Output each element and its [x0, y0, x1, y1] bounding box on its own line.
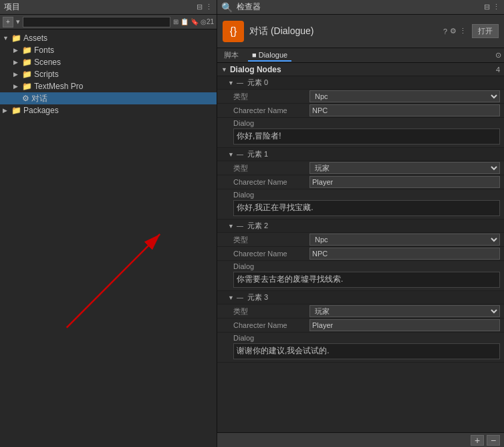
folder-icon-fonts: 📁	[22, 46, 32, 55]
tree-label-scenes: Scenes	[34, 58, 61, 67]
element-3-type-value: Npc 玩家	[309, 305, 500, 317]
project-header-icons: ⊟ ⋮	[197, 3, 213, 11]
tree-item-fonts[interactable]: ▶ 📁 Fonts	[0, 44, 217, 56]
element-1-type-value: Npc 玩家	[309, 162, 500, 174]
inspector-title: 检查器	[237, 1, 480, 13]
expand-arrow-fonts: ▶	[13, 47, 20, 54]
element-1-dialog-row: Dialog 你好,我正在寻找宝藏.	[217, 189, 504, 219]
element-0-dialog-row: Dialog 你好,冒险者!	[217, 118, 504, 148]
element-1-char-value	[309, 176, 500, 188]
tab-icon-right[interactable]: ⊙	[495, 51, 501, 60]
element-2-dialog-text: 你需要去古老的废墟寻找线索.	[233, 272, 500, 288]
open-button[interactable]: 打开	[472, 24, 499, 38]
element-0-char-label: Charecter Name	[233, 106, 307, 114]
left-panel: 项目 ⊟ ⋮ + ▾ ⊞ 📋 🔖 ◎21 ▼ 📁 Assets	[0, 0, 217, 447]
element-2-arrow: ▼	[228, 223, 234, 230]
inspector-header-icons: ⊟ ⋮	[484, 3, 500, 11]
element-1-type-select[interactable]: Npc 玩家	[309, 162, 500, 174]
element-3-header: ▼ — 元素 3	[217, 291, 504, 304]
remove-element-button[interactable]: −	[487, 435, 500, 446]
element-3-type-row: 类型 Npc 玩家	[217, 304, 504, 319]
element-3-char-row: Charecter Name	[217, 319, 504, 333]
folder-icon-packages: 📁	[11, 106, 21, 115]
element-3-dialog-row: Dialog 谢谢你的建议,我会试试的.	[217, 333, 504, 363]
element-3-title: 元素 3	[247, 292, 268, 302]
overflow-icon[interactable]: ⋮	[459, 27, 467, 35]
element-2-dash: —	[237, 222, 243, 230]
element-1-title: 元素 1	[247, 149, 268, 159]
folder-icon-textmesh: 📁	[22, 82, 32, 91]
lock-icon[interactable]: ⊟	[197, 3, 203, 11]
tree-item-dialogue[interactable]: ⚙ 对话	[0, 92, 217, 104]
tree-item-assets[interactable]: ▼ 📁 Assets	[0, 32, 217, 44]
dropdown-arrow: ▾	[16, 17, 20, 26]
element-3-char-input[interactable]	[309, 319, 500, 331]
project-panel-header: 项目 ⊟ ⋮	[0, 0, 217, 15]
element-2-header: ▼ — 元素 2	[217, 219, 504, 233]
add-button[interactable]: +	[3, 17, 13, 27]
element-0-dialog-label: Dialog	[233, 119, 500, 127]
tree-label-scripts: Scripts	[34, 70, 59, 79]
element-0-char-input[interactable]	[309, 104, 500, 116]
object-name: 对话 (Dialogue)	[249, 25, 438, 37]
element-2-type-select[interactable]: Npc 玩家	[309, 234, 500, 246]
question-icon[interactable]: ?	[443, 27, 447, 35]
element-1-dialog-label: Dialog	[233, 191, 500, 199]
grid-icon[interactable]: ⊞	[173, 18, 178, 25]
file-tree: ▼ 📁 Assets ▶ 📁 Fonts ▶ 📁 Scenes ▶ 📁 Scri…	[0, 29, 217, 447]
element-1-dash: —	[237, 151, 243, 158]
tree-label-assets: Assets	[23, 33, 47, 43]
tab-dialogue[interactable]: ■ Dialogue	[248, 50, 291, 62]
expand-arrow-scenes: ▶	[13, 59, 20, 66]
element-2-char-value	[309, 248, 500, 260]
expand-arrow-dialogue	[13, 95, 20, 102]
tree-item-scripts[interactable]: ▶ 📁 Scripts	[0, 68, 217, 80]
element-2-type-value: Npc 玩家	[309, 234, 500, 246]
element-3-arrow: ▼	[228, 294, 234, 301]
object-info: {} 对话 (Dialogue) ? ⚙ ⋮ 打开	[217, 15, 504, 48]
element-1-char-input[interactable]	[309, 176, 500, 188]
add-element-button[interactable]: +	[471, 435, 484, 446]
menu-icon[interactable]: ⋮	[205, 3, 213, 11]
project-title: 项目	[4, 1, 194, 13]
obj-icon-symbol: {}	[230, 25, 237, 37]
section-title: Dialog Nodes	[230, 65, 281, 74]
dialogue-icon: ⚙	[22, 94, 29, 103]
copy-icon[interactable]: 📋	[180, 18, 188, 25]
tree-item-scenes[interactable]: ▶ 📁 Scenes	[0, 56, 217, 68]
tree-item-packages[interactable]: ▶ 📁 Packages	[0, 104, 217, 116]
expand-arrow: ▼	[3, 35, 9, 41]
search-input[interactable]	[23, 17, 170, 27]
section-count: 4	[496, 66, 500, 74]
element-2-char-label: Charecter Name	[233, 250, 307, 258]
element-1-arrow: ▼	[228, 151, 234, 158]
inspector-top-icons: ? ⚙ ⋮	[443, 27, 467, 35]
element-3-dialog-text: 谢谢你的建议,我会试试的.	[233, 343, 500, 359]
script-tabs: 脚本 ■ Dialogue ⊙	[217, 48, 504, 63]
tab-script[interactable]: 脚本	[220, 49, 243, 62]
element-2-dialog-label: Dialog	[233, 262, 500, 270]
element-3-char-label: Charecter Name	[233, 321, 307, 329]
tree-label-textmesh: TextMesh Pro	[34, 82, 83, 91]
element-2-type-label: 类型	[233, 235, 307, 245]
expand-arrow-scripts: ▶	[13, 71, 20, 78]
tag-icon[interactable]: 🔖	[191, 18, 199, 25]
lock-icon-inspector[interactable]: ⊟	[484, 3, 490, 11]
expand-arrow-textmesh: ▶	[13, 83, 20, 90]
element-3-type-select[interactable]: Npc 玩家	[309, 305, 500, 317]
element-2: ▼ — 元素 2 类型 Npc 玩家 Charecter Name	[217, 219, 504, 291]
element-2-type-row: 类型 Npc 玩家	[217, 233, 504, 247]
element-3: ▼ — 元素 3 类型 Npc 玩家 Charecter Name	[217, 291, 504, 363]
element-2-char-input[interactable]	[309, 248, 500, 260]
section-expand-arrow: ▼	[221, 66, 227, 73]
menu-icon-inspector[interactable]: ⋮	[493, 3, 500, 11]
element-0-type-select[interactable]: Npc 玩家	[309, 90, 500, 102]
element-0-dialog-text: 你好,冒险者!	[233, 128, 500, 145]
tree-label-dialogue: 对话	[31, 93, 47, 104]
element-1-type-label: 类型	[233, 163, 307, 173]
tree-item-textmesh[interactable]: ▶ 📁 TextMesh Pro	[0, 80, 217, 92]
element-2-char-row: Charecter Name	[217, 247, 504, 261]
element-0-type-label: 类型	[233, 92, 307, 102]
element-0: ▼ — 元素 0 类型 Npc 玩家 Charecter Name	[217, 76, 504, 148]
settings-icon[interactable]: ⚙	[450, 27, 457, 35]
